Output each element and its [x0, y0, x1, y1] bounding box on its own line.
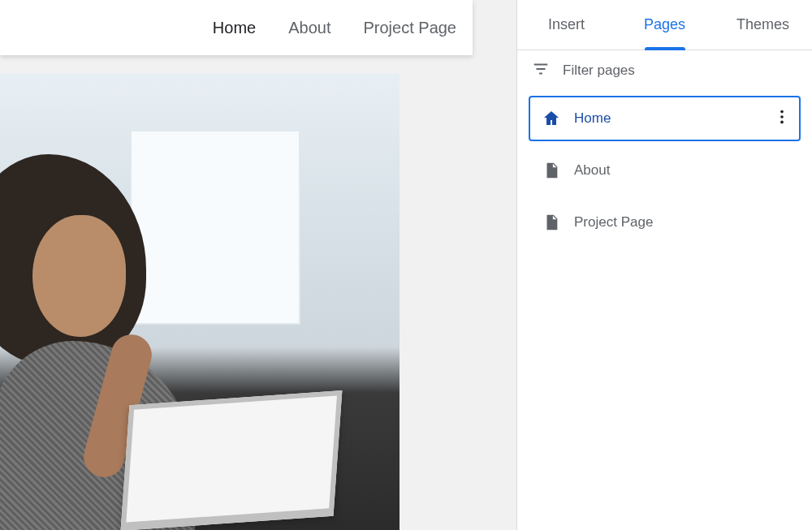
nav-item-home[interactable]: Home: [213, 19, 256, 37]
page-item-about[interactable]: About: [529, 148, 801, 193]
home-icon: [542, 109, 561, 128]
svg-point-0: [780, 110, 784, 114]
panel-tabs: Insert Pages Themes: [517, 0, 812, 50]
more-options-icon[interactable]: [773, 108, 791, 129]
site-nav-bar: Home About Project Page: [0, 0, 473, 55]
tab-pages[interactable]: Pages: [615, 0, 714, 50]
filter-placeholder: Filter pages: [563, 62, 635, 79]
page-item-label: Project Page: [574, 214, 653, 231]
page-icon: [542, 213, 561, 232]
svg-point-1: [780, 115, 784, 118]
page-item-label: About: [574, 162, 610, 179]
hero-image[interactable]: [0, 73, 400, 530]
svg-point-2: [780, 121, 784, 124]
filter-icon: [532, 60, 563, 82]
page-icon: [542, 161, 561, 180]
page-item-label: Home: [574, 110, 611, 127]
nav-item-project-page[interactable]: Project Page: [363, 19, 456, 37]
page-item-home[interactable]: Home: [529, 96, 801, 141]
site-canvas: Home About Project Page: [0, 0, 516, 530]
pages-list: Home About Project Page: [517, 91, 812, 252]
page-item-project-page[interactable]: Project Page: [529, 200, 801, 245]
filter-pages-input[interactable]: Filter pages: [517, 50, 812, 91]
side-panel: Insert Pages Themes Filter pages Home Ab…: [516, 0, 812, 530]
nav-item-about[interactable]: About: [288, 19, 330, 37]
tab-themes[interactable]: Themes: [714, 0, 812, 50]
tab-insert[interactable]: Insert: [517, 0, 615, 50]
